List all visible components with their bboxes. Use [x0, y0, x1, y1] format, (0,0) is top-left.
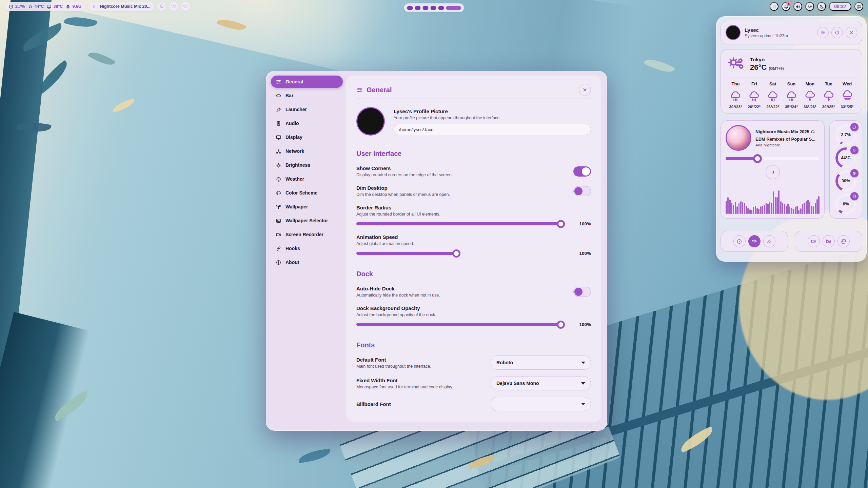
audio-visualizer	[726, 189, 820, 214]
sidebar-item[interactable]: Audio	[271, 117, 343, 129]
workspace-dot[interactable]	[431, 6, 436, 10]
visualizer-bar	[733, 205, 734, 214]
sidebar-item[interactable]: About	[271, 256, 343, 268]
auto-hide-dock-toggle[interactable]	[573, 287, 591, 297]
visualizer-bar	[771, 203, 772, 214]
sidebar-item[interactable]: Color Scheme	[271, 187, 343, 199]
play-pause-button[interactable]	[766, 165, 780, 179]
brightness-button[interactable]	[805, 2, 814, 11]
notifications-button[interactable]: 8	[782, 2, 790, 11]
tray-app-button[interactable]	[770, 2, 778, 11]
forecast-temps: 36°/26°	[804, 105, 816, 109]
pinned-app-button[interactable]	[181, 2, 190, 11]
border-radius-label: Border Radius	[356, 205, 591, 210]
visualizer-bar	[755, 206, 756, 214]
power-profile-button[interactable]	[763, 235, 775, 247]
visualizer-bar	[776, 197, 778, 214]
forecast-day-name: Fri	[751, 81, 757, 86]
system-panel: Lysec System uptime: 1h23m Tokyo 26°C (G…	[716, 16, 867, 262]
dock-opacity-label: Dock Background Opacity	[356, 305, 591, 311]
sidebar-item[interactable]: General	[271, 76, 343, 88]
slider-thumb[interactable]	[753, 154, 762, 163]
capture-tool-button[interactable]	[837, 235, 850, 247]
visualizer-bar	[798, 210, 800, 214]
dock-opacity-slider[interactable]	[356, 323, 569, 326]
sidebar-item[interactable]: Display	[271, 131, 343, 143]
system-stats-card: 2.7% 44°C 30%	[829, 120, 862, 219]
close-button[interactable]	[579, 84, 591, 96]
sun-icon	[807, 4, 812, 9]
border-radius-slider[interactable]	[356, 222, 569, 225]
capture-tool-button[interactable]	[808, 235, 820, 247]
system-stat-ring: 2.7%	[835, 124, 856, 145]
capture-tools-card	[795, 231, 862, 252]
now-playing-chip[interactable]: Nightcore Music Mix 20...	[88, 2, 154, 11]
animation-speed-label: Animation Speed	[356, 234, 591, 240]
sidebar-item[interactable]: Launcher	[271, 103, 343, 116]
pinned-app-button[interactable]	[169, 2, 178, 11]
visualizer-bar	[813, 206, 814, 214]
workspace-dot[interactable]	[407, 6, 413, 10]
sidebar-item[interactable]: Network	[271, 145, 343, 157]
sidebar-item[interactable]: Brightness	[271, 159, 343, 171]
dim-desktop-label: Dim Desktop	[356, 185, 567, 191]
slider-thumb[interactable]	[557, 321, 565, 329]
sidebar-item[interactable]: Bar	[271, 89, 343, 102]
clock-button[interactable]: 00:27	[829, 2, 851, 11]
album-art	[726, 125, 751, 151]
heart-icon	[171, 4, 176, 9]
sidebar-item[interactable]: Wallpaper	[271, 201, 343, 213]
media-progress-slider[interactable]	[726, 157, 820, 160]
dock-opacity-value: 100%	[574, 322, 591, 327]
pinned-app-button[interactable]	[157, 2, 166, 11]
system-stat-ring: 44°C	[835, 147, 856, 168]
close-panel-button[interactable]	[846, 27, 857, 38]
power-button[interactable]	[831, 27, 843, 38]
divider	[726, 78, 856, 78]
forecast-day: Wed 33°/25°	[838, 81, 856, 109]
workspace-dot[interactable]	[423, 6, 429, 10]
volume-button[interactable]	[793, 2, 802, 11]
gear-icon	[820, 30, 826, 35]
system-stats-chip: 2.7% 44°C 38°C 9.6G	[5, 2, 85, 11]
slider-thumb[interactable]	[452, 249, 460, 258]
dim-desktop-toggle[interactable]	[573, 186, 591, 196]
workspace-dot[interactable]	[415, 6, 421, 10]
sidebar-item-label: Network	[285, 148, 304, 154]
info-icon	[276, 260, 281, 265]
default-font-dropdown[interactable]: Roboto	[491, 355, 591, 370]
visualizer-bar	[773, 191, 774, 214]
sidebar-item-label: Weather	[285, 176, 304, 182]
skull-avatar-icon	[361, 111, 380, 131]
power-profile-button[interactable]	[748, 235, 761, 247]
night-light-button[interactable]	[817, 2, 826, 11]
profile-avatar[interactable]	[356, 107, 385, 136]
visualizer-bar	[747, 208, 749, 214]
forecast-day-name: Sun	[787, 81, 796, 86]
border-radius-description: Adjust the rounded border of all UI elem…	[356, 212, 591, 217]
billboard-font-dropdown[interactable]	[491, 397, 591, 411]
sidebar-item-label: Color Scheme	[285, 190, 317, 196]
profile-path-input[interactable]: /home/lysec/.face	[394, 124, 591, 135]
sidebar-item[interactable]: Screen Recorder	[271, 228, 343, 241]
stat-value: 44°C	[841, 156, 851, 160]
workspace-dot[interactable]	[438, 6, 444, 10]
power-profile-button[interactable]	[733, 235, 746, 247]
sidebar-item[interactable]: Wallpaper Selector	[271, 215, 343, 227]
toggle-knob	[582, 167, 590, 176]
weather-timezone: (GMT+9)	[769, 66, 784, 70]
workspace-dot[interactable]	[446, 6, 461, 10]
capture-tool-button[interactable]	[823, 235, 835, 247]
fixed-font-dropdown[interactable]: DejaVu Sans Mono	[491, 376, 591, 390]
sidebar-item[interactable]: Hooks	[271, 242, 343, 255]
show-corners-toggle[interactable]	[573, 166, 591, 177]
slider-thumb[interactable]	[557, 220, 565, 228]
visualizer-bar	[816, 199, 818, 214]
forecast-day: Thu 30°/23°	[726, 81, 745, 109]
overview-button[interactable]	[854, 2, 863, 11]
animation-speed-slider[interactable]	[356, 252, 569, 255]
sidebar-item[interactable]: Weather	[271, 173, 343, 185]
settings-button[interactable]	[817, 27, 829, 38]
close-icon	[849, 30, 854, 35]
grid-plus-icon	[856, 4, 862, 9]
